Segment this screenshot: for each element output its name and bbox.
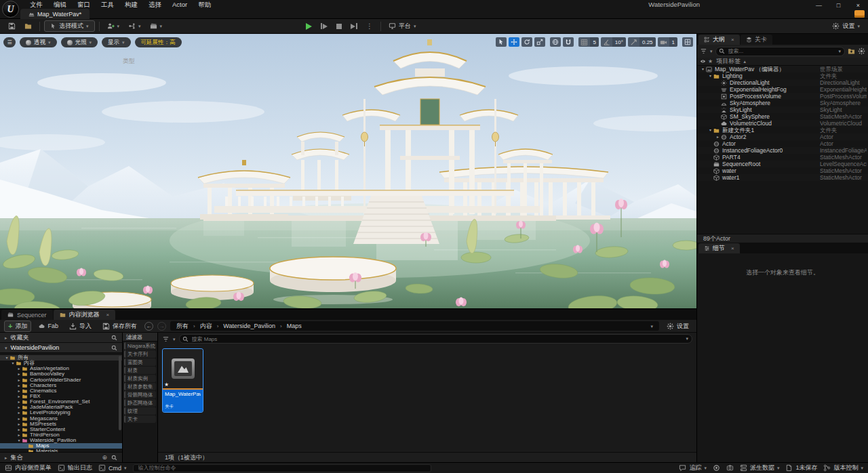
import-button[interactable]: 导入 (66, 321, 95, 332)
browse-content-button[interactable] (21, 20, 35, 32)
tree-item-Characters[interactable]: ▸Characters (0, 383, 122, 388)
outliner-row[interactable]: PostProcessVolumePostProcessVolume (697, 93, 868, 100)
expander-icon[interactable]: ▾ (4, 355, 9, 361)
expander-icon[interactable]: ▸ (16, 410, 22, 415)
filter-chip-6[interactable]: 骨骼网格体 (124, 391, 156, 398)
console-input[interactable] (133, 464, 431, 472)
viewport-button-0[interactable]: 透视▾ (20, 37, 57, 47)
record-icon[interactable] (713, 464, 720, 472)
tree-item-StarterContent[interactable]: ▸StarterContent (0, 427, 122, 432)
version-control-button[interactable]: 版本控制 ▾ (823, 464, 863, 472)
chevron-down-icon[interactable]: ▾ (173, 337, 176, 342)
breadcrumb-item-1[interactable]: 内容 (200, 322, 212, 331)
save-all-button[interactable]: 保存所有 (99, 321, 140, 332)
type-column-header[interactable]: 类型 (123, 57, 135, 66)
skip-button[interactable] (317, 20, 331, 32)
menu-item-6[interactable]: Actor (167, 0, 193, 9)
chevron-down-icon[interactable]: ▾ (838, 49, 841, 54)
gear-icon[interactable] (858, 47, 865, 55)
surface-snap-icon[interactable] (563, 37, 574, 47)
cmd-selector[interactable]: Cmd ▾ (98, 464, 127, 472)
maximize-button[interactable]: □ (829, 0, 848, 10)
pin-column-icon[interactable]: ★ (708, 58, 713, 64)
stop-button[interactable] (333, 20, 345, 32)
tab-outliner[interactable]: 大纲 × (698, 35, 740, 45)
label-column-header[interactable]: 项目标签 (716, 57, 741, 66)
derived-data-button[interactable]: 派生数据 ▾ (740, 464, 780, 472)
viewport-button-2[interactable]: 显示▾ (102, 37, 131, 47)
unsaved-button[interactable]: 1未保存 (785, 464, 817, 472)
settings-dropdown[interactable]: 设置 ▾ (829, 20, 863, 32)
outliner-row[interactable]: VolumetricCloudVolumetricCloud (697, 120, 868, 127)
tab-sequencer[interactable]: Sequencer (1, 310, 53, 320)
outliner-search-input[interactable] (715, 47, 845, 56)
filter-chip-4[interactable]: 材质实例 (124, 375, 156, 382)
asset-search-input[interactable] (179, 334, 692, 344)
add-collection-icon[interactable]: ⊕ (102, 454, 107, 461)
level-viewport[interactable]: ☰ 透视▾光照▾显示▾ 可延展性：高 5 10° 0.25 (0, 34, 696, 308)
back-button[interactable]: ← (144, 322, 153, 331)
outliner-row[interactable]: ActorActor (697, 140, 868, 147)
expander-icon[interactable]: ▸ (16, 416, 22, 421)
save-level-button[interactable] (5, 20, 19, 32)
tab-details[interactable]: 细节 × (698, 243, 740, 253)
outliner-row[interactable]: ▾Lighting文件夹 (697, 73, 868, 79)
breadcrumb-item-0[interactable]: 所有 (176, 322, 189, 331)
scrollbar[interactable] (119, 356, 121, 430)
outliner-row[interactable]: DirectionalLightDirectionalLight (697, 79, 868, 86)
content-drawer-button[interactable]: 内容侧滑菜单 (5, 464, 52, 472)
search-icon[interactable] (111, 455, 117, 461)
tree-item-Megascans[interactable]: ▸Megascans (0, 416, 122, 421)
collections-section[interactable]: ▸集合 ⊕ (0, 452, 122, 462)
breadcrumb-item-3[interactable]: Maps (287, 323, 302, 329)
project-section[interactable]: ▾WatersidePavilion (0, 343, 122, 353)
play-options-kebab[interactable]: ⋮ (363, 20, 376, 32)
cinematics-dropdown[interactable]: ▾ (146, 20, 166, 32)
filter-chip-3[interactable]: 材质 (124, 367, 156, 374)
outliner-row[interactable]: ExponentialHeightFogExponentialHeightFog (697, 86, 868, 93)
menu-item-7[interactable]: 帮助 (193, 0, 216, 9)
outliner-row[interactable]: SM_SkySphereStaticMeshActor (697, 113, 868, 120)
trace-button[interactable]: 追踪 ▾ (679, 464, 707, 472)
rotation-snap-control[interactable]: 10° (601, 37, 626, 47)
filter-icon[interactable] (162, 335, 170, 343)
outliner-row[interactable]: water1StaticMeshActor (697, 174, 868, 181)
expander-icon[interactable]: ▾ (10, 361, 16, 366)
favorite-star-icon[interactable]: ★ (164, 382, 169, 388)
blueprints-dropdown[interactable]: ▾ (125, 20, 144, 32)
asset-tile-map-waterpav[interactable]: ★ Map_WaterPav 关卡 (163, 349, 203, 412)
scale-snap-control[interactable]: 0.25 (628, 37, 656, 47)
outliner-row[interactable]: ▾新建文件夹1文件夹 (697, 127, 868, 133)
close-icon[interactable]: × (106, 312, 110, 318)
tree-item-CartoonWaterShader[interactable]: ▸CartoonWaterShader (0, 377, 122, 383)
expander-icon[interactable]: ▸ (16, 366, 22, 371)
filter-chip-0[interactable]: Niagara系统 (124, 342, 156, 350)
cb-settings-dropdown[interactable]: 设置 (663, 321, 692, 332)
screenshot-icon[interactable] (726, 464, 734, 472)
expander-icon[interactable]: ▸ (16, 394, 22, 399)
expander-icon[interactable]: ▸ (16, 432, 22, 438)
close-icon[interactable]: × (731, 245, 734, 251)
outliner-row[interactable]: ▾Map_WaterPav （编辑器）世界场景 (697, 66, 868, 73)
world-space-icon[interactable] (550, 37, 561, 47)
tab-content-browser[interactable]: 内容浏览器 × (54, 310, 116, 320)
output-log-button[interactable]: 输出日志 (58, 464, 92, 472)
eject-button[interactable] (347, 20, 361, 32)
tree-item-Maps[interactable]: Maps (0, 443, 122, 449)
filter-chip-2[interactable]: 蓝图类 (124, 358, 156, 366)
outliner-row[interactable]: InstancedFoliageActor0InstancedFoliageAc… (697, 147, 868, 154)
search-icon[interactable] (111, 345, 117, 351)
outliner-row[interactable]: PART4StaticMeshActor (697, 154, 868, 161)
menu-item-4[interactable]: 构建 (119, 0, 143, 9)
menu-item-3[interactable]: 工具 (96, 0, 119, 9)
level-asset-tab[interactable]: Map_WaterPav* (20, 9, 90, 19)
tree-item-Waterside_Pavilion[interactable]: ▾Waterside_Pavilion (0, 438, 122, 443)
expander-icon[interactable]: ▸ (16, 383, 22, 388)
expander-icon[interactable]: ▸ (16, 388, 22, 394)
add-actor-dropdown[interactable]: ▾ (104, 20, 123, 32)
menu-item-1[interactable]: 编辑 (48, 0, 72, 9)
outliner-row[interactable]: SkyLightSkyLight (697, 106, 868, 113)
filter-chip-8[interactable]: 纹理 (124, 407, 156, 415)
expander-icon[interactable]: ▸ (16, 421, 22, 427)
scalability-badge[interactable]: 可延展性：高 (135, 37, 182, 47)
